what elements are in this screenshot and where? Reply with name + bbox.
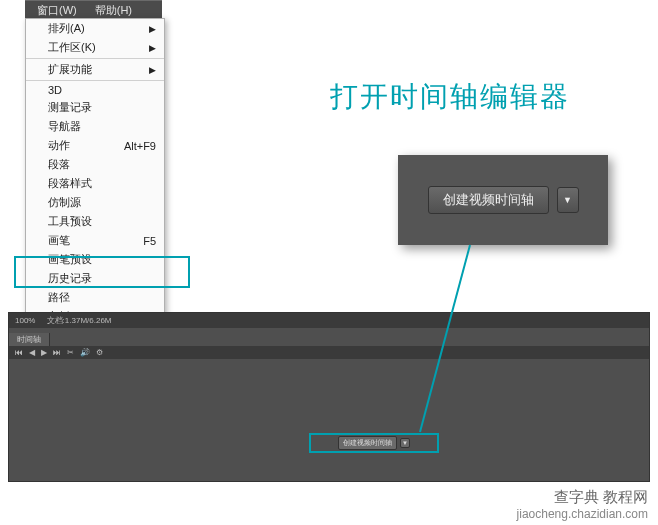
menu-brush[interactable]: 画笔F5 [26, 231, 164, 250]
submenu-arrow-icon: ▶ [149, 65, 156, 75]
menu-actions[interactable]: 动作Alt+F9 [26, 136, 164, 155]
menu-clone[interactable]: 仿制源 [26, 193, 164, 212]
submenu-arrow-icon: ▶ [149, 43, 156, 53]
audio-icon[interactable]: 🔊 [80, 348, 90, 357]
menu-paragraph[interactable]: 段落 [26, 155, 164, 174]
menu-tool-presets[interactable]: 工具预设 [26, 212, 164, 231]
watermark-line2: jiaocheng.chazidian.com [517, 507, 648, 521]
menu-history[interactable]: 历史记录 [26, 269, 164, 288]
settings-icon[interactable]: ⚙ [96, 348, 103, 357]
watermark: 查字典 教程网 jiaocheng.chazidian.com [517, 488, 648, 521]
zoom-level: 100% [15, 316, 35, 325]
shortcut-label: Alt+F9 [124, 140, 156, 152]
menu-paragraph-styles[interactable]: 段落样式 [26, 174, 164, 193]
split-icon[interactable]: ✂ [67, 348, 74, 357]
play-icon[interactable]: ▶ [41, 348, 47, 357]
menu-navigator[interactable]: 导航器 [26, 117, 164, 136]
timeline-panel-tab[interactable]: 时间轴 [9, 333, 50, 346]
menu-window[interactable]: 窗口(W) [37, 3, 77, 18]
annotation-title: 打开时间轴编辑器 [330, 78, 570, 116]
menu-separator [26, 58, 164, 59]
menu-measure[interactable]: 测量记录 [26, 98, 164, 117]
prev-frame-icon[interactable]: ◀ [29, 348, 35, 357]
shortcut-label: F5 [143, 235, 156, 247]
next-frame-icon[interactable]: ⏭ [53, 348, 61, 357]
timeline-controls: ⏮ ◀ ▶ ⏭ ✂ 🔊 ⚙ [9, 346, 649, 359]
menu-help[interactable]: 帮助(H) [95, 3, 132, 18]
doc-info: 文档:1.37M/6.26M [47, 316, 112, 325]
detail-panel: 创建视频时间轴 ▼ [398, 155, 608, 245]
timeline-button-highlight: 创建视频时间轴 ▼ [309, 433, 439, 453]
menu-bar: 窗口(W) 帮助(H) [25, 0, 162, 20]
menu-brush-presets[interactable]: 画笔预设 [26, 250, 164, 269]
chevron-down-icon: ▼ [563, 195, 572, 205]
watermark-line1: 查字典 教程网 [517, 488, 648, 507]
menu-workspace[interactable]: 工作区(K)▶ [26, 38, 164, 57]
timeline-dropdown-button[interactable]: ▼ [557, 187, 579, 213]
menu-extensions[interactable]: 扩展功能▶ [26, 60, 164, 79]
chevron-down-icon: ▼ [402, 440, 408, 446]
submenu-arrow-icon: ▶ [149, 24, 156, 34]
app-window: 100% 文档:1.37M/6.26M 时间轴 ⏮ ◀ ▶ ⏭ ✂ 🔊 ⚙ 创建… [8, 312, 650, 482]
menu-3d[interactable]: 3D [26, 82, 164, 98]
timeline-dropdown-button-small[interactable]: ▼ [400, 438, 410, 448]
create-video-timeline-button-small[interactable]: 创建视频时间轴 [338, 436, 397, 450]
menu-paths[interactable]: 路径 [26, 288, 164, 307]
status-bar: 100% 文档:1.37M/6.26M [9, 313, 649, 328]
create-video-timeline-button[interactable]: 创建视频时间轴 [428, 186, 549, 214]
menu-arrange[interactable]: 排列(A)▶ [26, 19, 164, 38]
first-frame-icon[interactable]: ⏮ [15, 348, 23, 357]
menu-separator [26, 80, 164, 81]
